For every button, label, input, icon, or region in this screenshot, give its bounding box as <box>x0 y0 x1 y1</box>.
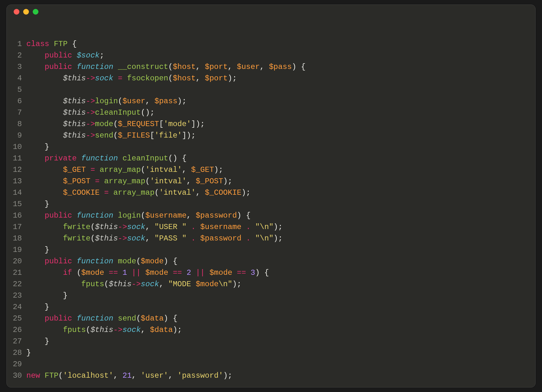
code-content[interactable]: fwrite($this->sock, "PASS " . $password … <box>26 233 283 244</box>
code-content[interactable]: $_COOKIE = array_map('intval', $_COOKIE)… <box>26 187 251 199</box>
line-number: 19 <box>7 244 26 256</box>
code-content[interactable]: } <box>26 290 68 301</box>
token: "PASS " <box>154 234 186 243</box>
token: ( <box>168 74 173 83</box>
token <box>26 280 81 288</box>
code-content[interactable]: new FTP('localhost', 21, 'user', 'passwo… <box>26 370 232 382</box>
code-line[interactable]: 20 public function mode($mode) { <box>7 256 535 267</box>
code-line[interactable]: 19 } <box>7 244 535 256</box>
code-line[interactable]: 8 $this->mode($_REQUEST['mode']); <box>7 118 535 130</box>
code-content[interactable]: $_POST = array_map('intval', $_POST); <box>26 176 232 187</box>
code-content[interactable]: public function send($data) { <box>26 313 177 324</box>
token: ( <box>141 166 145 174</box>
token: 'intval' <box>159 188 196 197</box>
token: , <box>145 97 154 105</box>
code-line[interactable]: 6 $this->login($user, $pass); <box>7 96 535 107</box>
token: $user <box>122 97 145 105</box>
code-content[interactable]: public function mode($mode) { <box>26 256 177 267</box>
line-number: 11 <box>7 153 26 164</box>
code-content[interactable]: $this->send($_FILES['file']); <box>26 130 196 141</box>
token: ( <box>72 268 81 277</box>
code-content[interactable]: } <box>26 244 49 256</box>
token: fsockopen <box>127 74 168 83</box>
code-content[interactable]: $this->mode($_REQUEST['mode']); <box>26 118 205 130</box>
code-content[interactable]: public function login($username, $passwo… <box>26 210 251 221</box>
code-content[interactable]: $this->login($user, $pass); <box>26 96 186 107</box>
code-content[interactable]: class FTP { <box>26 38 77 50</box>
code-content[interactable]: $this->cleanInput(); <box>26 107 154 118</box>
token <box>104 268 109 277</box>
token: = <box>118 74 122 83</box>
code-line[interactable]: 17 fwrite($this->sock, "USER " . $userna… <box>7 221 535 233</box>
close-icon[interactable] <box>14 9 19 15</box>
token: $port <box>205 74 228 83</box>
code-line[interactable]: 3 public function __construct($host, $po… <box>7 61 535 73</box>
code-line[interactable]: 10 } <box>7 141 535 153</box>
token: -> <box>86 108 95 117</box>
token: function <box>77 211 118 220</box>
token: $data <box>141 314 164 323</box>
code-line[interactable]: 24 } <box>7 301 535 313</box>
code-line[interactable]: 5 <box>7 84 535 96</box>
code-line[interactable]: 26 fputs($this->sock, $data); <box>7 324 535 336</box>
token: == <box>173 268 182 277</box>
code-line[interactable]: 9 $this->send($_FILES['file']); <box>7 130 535 141</box>
token <box>191 268 196 277</box>
code-line[interactable]: 28} <box>7 347 535 359</box>
code-content[interactable]: private function cleanInput() { <box>26 153 186 164</box>
token: mode <box>118 257 136 266</box>
code-content[interactable]: if ($mode == 1 || $mode == 2 || $mode ==… <box>26 267 269 279</box>
code-content[interactable]: } <box>26 199 49 210</box>
token: $_COOKIE <box>63 188 99 197</box>
token <box>26 177 63 186</box>
code-line[interactable]: 27 } <box>7 336 535 347</box>
code-content[interactable]: $_GET = array_map('intval', $_GET); <box>26 164 223 176</box>
code-content[interactable]: public $sock; <box>26 50 104 61</box>
token: $_REQUEST <box>118 120 159 128</box>
code-line[interactable]: 7 $this->cleanInput(); <box>7 107 535 118</box>
code-line[interactable]: 21 if ($mode == 1 || $mode == 2 || $mode… <box>7 267 535 279</box>
token: 'file' <box>154 131 182 140</box>
code-line[interactable]: 12 $_GET = array_map('intval', $_GET); <box>7 164 535 176</box>
code-content[interactable]: fputs($this->sock, $data); <box>26 324 182 336</box>
token: $mode <box>196 280 219 288</box>
code-content[interactable]: } <box>26 301 49 313</box>
code-line[interactable]: 25 public function send($data) { <box>7 313 535 324</box>
code-content[interactable]: } <box>26 141 49 153</box>
code-line[interactable]: 1class FTP { <box>7 38 535 50</box>
code-line[interactable]: 22 fputs($this->sock, "MODE $mode\n"); <box>7 279 535 290</box>
token: "\n" <box>255 234 274 243</box>
token <box>99 177 104 186</box>
code-line[interactable]: 29 <box>7 359 535 370</box>
code-line[interactable]: 16 public function login($username, $pas… <box>7 210 535 221</box>
code-line[interactable]: 14 $_COOKIE = array_map('intval', $_COOK… <box>7 187 535 199</box>
code-line[interactable]: 15 } <box>7 199 535 210</box>
token: ( <box>145 177 150 186</box>
code-editor[interactable]: 1class FTP {2 public $sock;3 public func… <box>7 19 535 382</box>
code-line[interactable]: 11 private function cleanInput() { <box>7 153 535 164</box>
token: function <box>81 154 123 163</box>
token: , <box>196 188 205 197</box>
code-content[interactable]: $this->sock = fsockopen($host, $port); <box>26 73 237 84</box>
token: sock <box>141 280 159 288</box>
zoom-icon[interactable] <box>33 9 38 15</box>
code-line[interactable]: 4 $this->sock = fsockopen($host, $port); <box>7 73 535 84</box>
code-line[interactable]: 13 $_POST = array_map('intval', $_POST); <box>7 176 535 187</box>
code-content[interactable]: fputs($this->sock, "MODE $mode\n"); <box>26 279 241 290</box>
code-line[interactable]: 23 } <box>7 290 535 301</box>
code-line[interactable]: 18 fwrite($this->sock, "PASS " . $passwo… <box>7 233 535 244</box>
token: send <box>118 314 136 323</box>
line-number: 7 <box>7 107 26 118</box>
code-content[interactable]: } <box>26 347 31 359</box>
minimize-icon[interactable] <box>23 9 29 15</box>
token: if <box>63 268 72 277</box>
token: , <box>132 371 141 380</box>
code-content[interactable]: } <box>26 336 49 347</box>
token: $password <box>200 234 241 243</box>
token <box>91 177 95 186</box>
code-line[interactable]: 2 public $sock; <box>7 50 535 61</box>
token: , <box>145 234 154 243</box>
code-content[interactable]: public function __construct($host, $port… <box>26 61 306 73</box>
code-content[interactable]: fwrite($this->sock, "USER " . $username … <box>26 221 283 233</box>
code-line[interactable]: 30new FTP('localhost', 21, 'user', 'pass… <box>7 370 535 382</box>
